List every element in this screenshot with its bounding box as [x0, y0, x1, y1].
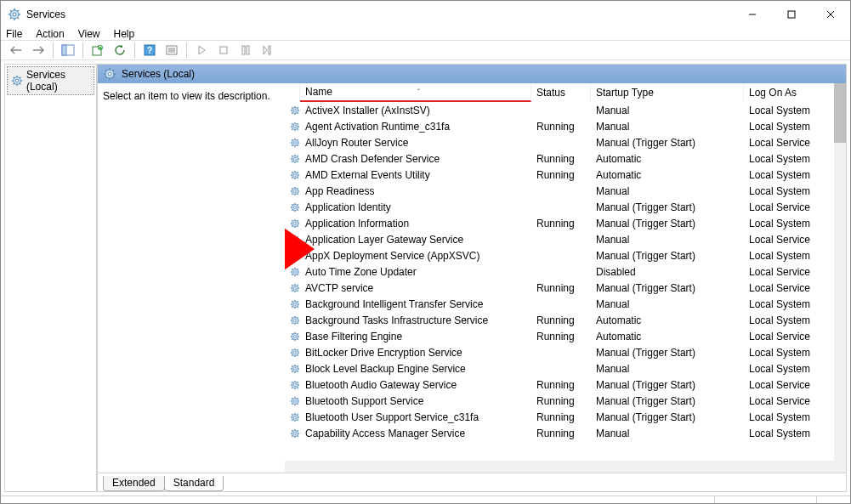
restart-service-button[interactable]: [258, 41, 278, 59]
service-row[interactable]: Application Layer Gateway ServiceManualL…: [285, 231, 846, 247]
details-header: Services (Local): [98, 65, 846, 83]
help-button[interactable]: ?: [139, 41, 160, 59]
service-status: Running: [531, 121, 591, 133]
menu-action[interactable]: Action: [36, 28, 64, 40]
service-status: Running: [531, 331, 591, 343]
service-name: AVCTP service: [300, 282, 531, 294]
service-startup-type: Manual: [591, 234, 744, 246]
service-log-on-as: Local System: [744, 250, 846, 262]
refresh-icon: [114, 44, 126, 56]
service-row[interactable]: Auto Time Zone UpdaterDisabledLocal Serv…: [285, 263, 846, 280]
service-row[interactable]: Capability Access Manager ServiceRunning…: [285, 425, 846, 441]
column-log-on-as[interactable]: Log On As: [744, 83, 846, 102]
menu-help[interactable]: Help: [114, 28, 135, 40]
back-button[interactable]: [6, 41, 26, 59]
scrollbar-thumb[interactable]: [834, 83, 846, 143]
service-name: Auto Time Zone Updater: [300, 266, 531, 278]
service-row[interactable]: Block Level Backup Engine ServiceManualL…: [285, 360, 846, 377]
service-row[interactable]: Bluetooth User Support Service_c31faRunn…: [285, 409, 846, 425]
service-startup-type: Manual (Trigger Start): [591, 347, 744, 359]
gear-icon: [290, 298, 300, 310]
gear-icon: [290, 105, 300, 116]
service-name: Capability Access Manager Service: [300, 428, 531, 439]
service-status: Running: [531, 282, 591, 294]
service-row[interactable]: AVCTP serviceRunningManual (Trigger Star…: [285, 280, 846, 296]
pause-service-button[interactable]: [235, 41, 256, 59]
gear-icon: [290, 379, 300, 391]
arrow-right-icon: [31, 45, 45, 55]
column-headers: Name ˆ Status Startup Type Log On As: [285, 83, 846, 102]
close-button[interactable]: [811, 1, 850, 28]
gear-icon: [103, 67, 116, 81]
menu-view[interactable]: View: [78, 28, 100, 40]
service-log-on-as: Local System: [744, 298, 846, 310]
column-name-label: Name: [305, 86, 332, 98]
refresh-button[interactable]: [110, 41, 130, 59]
service-row[interactable]: Base Filtering EngineRunningAutomaticLoc…: [285, 328, 846, 344]
console-tree: Services (Local): [4, 64, 97, 492]
restart-icon: [262, 45, 274, 55]
service-log-on-as: Local Service: [744, 266, 846, 278]
service-log-on-as: Local System: [744, 411, 846, 423]
service-log-on-as: Local Service: [744, 331, 846, 343]
service-row[interactable]: Application InformationRunningManual (Tr…: [285, 215, 846, 231]
service-row[interactable]: Background Intelligent Transfer ServiceM…: [285, 296, 846, 312]
vertical-scrollbar[interactable]: [834, 83, 846, 473]
service-status: Running: [531, 153, 591, 165]
service-startup-type: Manual (Trigger Start): [591, 411, 744, 423]
service-row[interactable]: ActiveX Installer (AxInstSV)ManualLocal …: [285, 102, 846, 118]
service-status: Running: [531, 169, 591, 181]
service-row[interactable]: App ReadinessManualLocal System: [285, 183, 846, 199]
service-name: ActiveX Installer (AxInstSV): [300, 105, 531, 116]
service-status: Running: [531, 314, 591, 326]
column-name[interactable]: Name ˆ: [300, 83, 531, 102]
gear-icon: [290, 250, 300, 262]
tab-extended[interactable]: Extended: [103, 476, 165, 491]
gear-icon: [290, 282, 300, 294]
service-row[interactable]: Agent Activation Runtime_c31faRunningMan…: [285, 118, 846, 134]
stop-service-button[interactable]: [213, 41, 234, 59]
tree-root[interactable]: Services (Local): [7, 66, 94, 95]
service-row[interactable]: AMD External Events UtilityRunningAutoma…: [285, 167, 846, 183]
service-startup-type: Manual: [591, 185, 744, 197]
service-row[interactable]: Background Tasks Infrastructure ServiceR…: [285, 312, 846, 328]
svg-rect-24: [220, 47, 227, 54]
start-service-button[interactable]: [191, 41, 212, 59]
service-status: Running: [531, 218, 591, 229]
service-status: Running: [531, 428, 591, 439]
service-name: Background Intelligent Transfer Service: [300, 298, 531, 310]
stop-icon: [219, 46, 228, 54]
service-row[interactable]: AMD Crash Defender ServiceRunningAutomat…: [285, 150, 846, 167]
column-startup-type[interactable]: Startup Type: [591, 83, 744, 102]
service-row[interactable]: AppX Deployment Service (AppXSVC)Manual …: [285, 247, 846, 263]
service-row[interactable]: Application IdentityManual (Trigger Star…: [285, 199, 846, 215]
export-list-button[interactable]: [88, 41, 108, 59]
service-row[interactable]: Bluetooth Audio Gateway ServiceRunningMa…: [285, 377, 846, 393]
menu-file[interactable]: File: [6, 28, 22, 40]
services-window: Services File Action View Help ?: [0, 0, 851, 504]
details-header-label: Services (Local): [122, 68, 195, 80]
service-startup-type: Automatic: [591, 169, 744, 181]
service-log-on-as: Local Service: [744, 395, 846, 407]
show-hide-tree-button[interactable]: [58, 41, 78, 59]
minimize-button[interactable]: [733, 1, 772, 28]
play-icon: [197, 45, 206, 55]
service-row[interactable]: AllJoyn Router ServiceManual (Trigger St…: [285, 134, 846, 150]
service-log-on-as: Local System: [744, 169, 846, 181]
service-row[interactable]: Bluetooth Support ServiceRunningManual (…: [285, 393, 846, 409]
service-name: Bluetooth Audio Gateway Service: [300, 379, 531, 391]
service-log-on-as: Local System: [744, 121, 846, 133]
service-log-on-as: Local Service: [744, 137, 846, 149]
horizontal-scrollbar[interactable]: [285, 461, 846, 473]
forward-button[interactable]: [28, 41, 48, 59]
svg-rect-11: [788, 11, 795, 18]
tab-standard[interactable]: Standard: [164, 476, 224, 491]
service-name: App Readiness: [300, 185, 531, 197]
toolbar: ?: [1, 40, 850, 60]
properties-button[interactable]: [162, 41, 182, 59]
maximize-button[interactable]: [772, 1, 811, 28]
service-row[interactable]: BitLocker Drive Encryption ServiceManual…: [285, 344, 846, 360]
description-pane: Select an item to view its description.: [98, 83, 285, 473]
column-status[interactable]: Status: [531, 83, 591, 102]
gear-icon: [290, 218, 300, 229]
